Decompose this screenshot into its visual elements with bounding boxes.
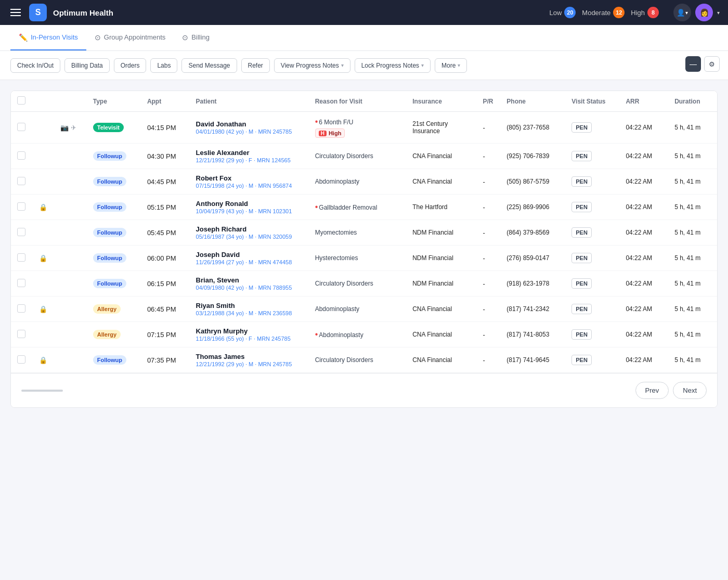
tabs-bar: ✏️ In-Person Visits ⊙ Group Appointments… [0,25,728,51]
arr-time: 04:22 AM [619,220,668,246]
appointment-type-badge: Followup [93,279,126,288]
patient-name: Robert Fox [196,174,303,182]
appointment-time: 05:15 PM [141,195,190,220]
row-checkbox[interactable] [17,330,25,338]
patient-name: Riyan Smith [196,302,303,310]
low-alert-group[interactable]: Low 20 [549,7,576,18]
tab-in-person-visits[interactable]: ✏️ In-Person Visits [10,25,86,50]
checkin-label: Check In/Out [17,62,54,69]
patient-name: Joseph Richard [196,225,303,233]
appointment-time: 06:15 PM [141,271,190,297]
billing-data-button[interactable]: Billing Data [64,58,110,73]
labs-button[interactable]: Labs [150,58,177,73]
visit-status-badge: PEN [571,253,592,263]
col-icons [54,91,86,112]
patient-meta: 05/16/1987 (34 yo) · M · MRN 320059 [196,234,303,240]
table-row[interactable]: Followup06:15 PM Brian, Steven 04/09/198… [11,271,717,297]
next-button[interactable]: Next [673,382,707,399]
tab-group-label: Group Appointments [104,33,166,41]
appointment-type-badge: Televisit [93,123,124,132]
insurance: CNA Financial [406,347,476,373]
visit-status-badge: PEN [571,202,592,212]
more-button[interactable]: More ▾ [435,58,467,73]
visit-status-badge: PEN [571,176,592,187]
more-chevron-icon: ▾ [458,62,460,68]
appointment-time: 04:30 PM [141,144,190,169]
insurance: NDM Financial [406,271,476,297]
reason-for-visit: •6 Month F/U [315,117,400,126]
appointment-time: 06:45 PM [141,297,190,322]
severity-badge: H High [315,128,345,138]
patient-name: Leslie Alexander [196,149,303,157]
view-progress-notes-button[interactable]: View Progress Notes ▾ [274,58,350,73]
row-checkbox[interactable] [17,228,25,236]
row-checkbox[interactable] [17,202,25,211]
table-row[interactable]: 🔒Followup06:00 PM Joseph David 11/26/199… [11,246,717,271]
toolbar: Check In/Out Billing Data Orders Labs Se… [0,51,728,80]
duration: 5 h, 41 m [668,169,717,195]
table-row[interactable]: Followup04:45 PM Robert Fox 07/15/1998 (… [11,169,717,195]
arr-time: 04:22 AM [619,195,668,220]
pr: - [477,297,501,322]
top-navigation: S Optimum Health Low 20 Moderate 12 High… [0,0,728,25]
col-reason: Reason for Visit [309,91,406,112]
row-checkbox[interactable] [17,151,25,160]
send-message-button[interactable]: Send Message [181,58,237,73]
table-row[interactable]: 📷✈Televisit04:15 PM David Jonathan 04/01… [11,112,717,144]
appointments-table: Type Appt Patient Reason for Visit Insur… [11,91,717,373]
row-checkbox[interactable] [17,279,25,287]
refer-label: Refer [248,62,263,69]
duration: 5 h, 41 m [668,347,717,373]
appointment-time: 06:00 PM [141,246,190,271]
main-content: Type Appt Patient Reason for Visit Insur… [0,91,728,580]
patient-name: Anthony Ronald [196,200,303,208]
row-checkbox[interactable] [17,355,25,364]
patient-meta: 07/15/1998 (24 yo) · M · MRN 956874 [196,183,303,189]
table-row[interactable]: 🔒Followup07:35 PM Thomas James 12/21/199… [11,347,717,373]
orders-label: Orders [121,62,140,69]
phone: (918) 623-1978 [500,271,565,297]
user-menu-button[interactable]: 👤 ▾ [673,4,691,21]
patient-meta: 03/12/1988 (34 yo) · M · MRN 236598 [196,310,303,316]
minimize-button[interactable]: — [685,56,701,72]
high-alert-count: 8 [647,7,659,18]
moderate-alert-group[interactable]: Moderate 12 [582,7,625,18]
avatar[interactable]: 👩 [695,4,713,21]
view-notes-chevron-icon: ▾ [341,62,344,68]
row-checkbox[interactable] [17,177,25,185]
phone: (817) 741-9645 [500,347,565,373]
table-row[interactable]: Followup04:30 PM Leslie Alexander 12/21/… [11,144,717,169]
checkin-button[interactable]: Check In/Out [10,58,60,73]
visit-status-badge: PEN [571,278,592,289]
row-checkbox[interactable] [17,253,25,262]
chevron-down-icon: ▾ [685,10,688,16]
severity-label: High [329,130,341,136]
phone: (505) 867-5759 [500,169,565,195]
table-row[interactable]: Followup05:45 PM Joseph Richard 05/16/19… [11,220,717,246]
moderate-alert-label: Moderate [582,9,610,17]
table-row[interactable]: 🔒Allergy06:45 PM Riyan Smith 03/12/1988 … [11,297,717,322]
table-row[interactable]: Allergy07:15 PM Kathryn Murphy 11/18/196… [11,322,717,347]
tab-billing[interactable]: ⊙ Billing [174,25,218,50]
col-visit-status: Visit Status [565,91,619,112]
row-checkbox[interactable] [17,123,25,131]
select-all-checkbox[interactable] [17,96,25,105]
high-alert-group[interactable]: High 8 [631,7,659,18]
low-alert-count: 20 [564,7,576,18]
row-checkbox[interactable] [17,304,25,313]
prev-button[interactable]: Prev [635,382,669,399]
scroll-indicator [21,390,63,392]
minimize-icon: — [690,60,697,68]
severity-h-label: H [319,131,327,136]
filter-button[interactable]: ⚙ [704,56,720,72]
col-appt: Appt [141,91,190,112]
tab-in-person-label: In-Person Visits [31,33,78,41]
lock-progress-notes-button[interactable]: Lock Progress Notes ▾ [355,58,431,73]
phone: (225) 869-9906 [500,195,565,220]
menu-button[interactable] [8,7,23,18]
tab-group-appointments[interactable]: ⊙ Group Appointments [86,25,174,50]
table-row[interactable]: 🔒Followup05:15 PM Anthony Ronald 10/04/1… [11,195,717,220]
orders-button[interactable]: Orders [114,58,147,73]
refer-button[interactable]: Refer [241,58,270,73]
user-icon: 👤 [677,9,685,17]
